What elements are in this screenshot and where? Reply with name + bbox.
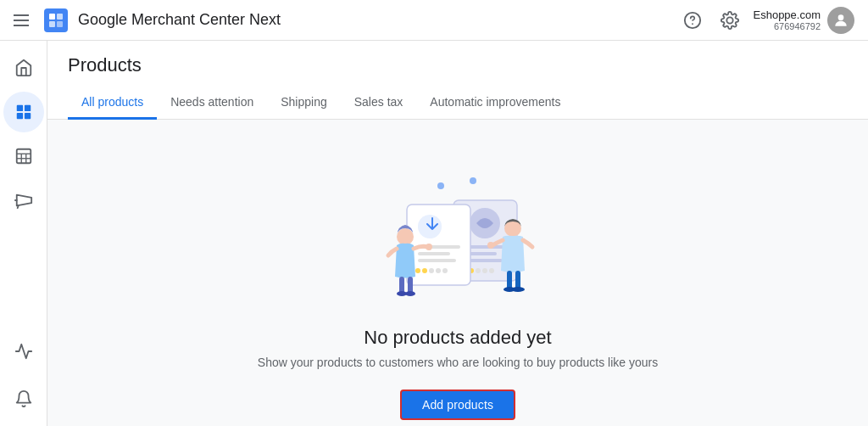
tab-automatic-improvements[interactable]: Automatic improvements (416, 87, 574, 120)
content-area: Products All products Needs attention Sh… (47, 41, 868, 426)
svg-point-16 (437, 182, 444, 189)
empty-illustration (364, 154, 551, 306)
svg-rect-2 (49, 21, 55, 27)
tab-all-products[interactable]: All products (68, 87, 157, 120)
svg-rect-8 (24, 105, 30, 111)
account-text: Eshoppe.com 676946792 (754, 8, 821, 31)
svg-rect-7 (16, 105, 22, 111)
svg-rect-9 (16, 113, 22, 119)
header-left: Google Merchant Center Next (14, 8, 679, 32)
sidebar-item-marketing[interactable] (3, 180, 44, 221)
svg-rect-46 (507, 271, 512, 289)
svg-point-43 (405, 291, 415, 296)
svg-rect-10 (24, 113, 30, 119)
app-title: Google Merchant Center Next (78, 11, 281, 29)
svg-point-5 (692, 23, 693, 25)
account-info[interactable]: Eshoppe.com 676946792 (754, 7, 855, 34)
svg-rect-0 (49, 14, 55, 20)
account-name: Eshoppe.com (754, 8, 821, 21)
sidebar-item-analytics[interactable] (3, 331, 44, 372)
help-button[interactable] (679, 7, 706, 34)
tab-needs-attention[interactable]: Needs attention (157, 87, 267, 120)
svg-point-36 (436, 268, 441, 273)
svg-point-33 (415, 268, 420, 273)
svg-point-38 (397, 228, 414, 245)
account-id: 676946792 (754, 21, 821, 31)
svg-point-39 (426, 244, 432, 250)
app-logo (44, 8, 68, 32)
svg-point-35 (429, 268, 434, 273)
svg-point-27 (489, 268, 494, 273)
svg-rect-3 (57, 21, 63, 27)
svg-rect-11 (16, 149, 31, 164)
settings-button[interactable] (716, 7, 743, 34)
sidebar-item-reports[interactable] (3, 136, 44, 177)
svg-point-37 (442, 268, 448, 273)
add-products-button[interactable]: Add products (400, 390, 515, 420)
sidebar-item-products[interactable] (3, 92, 44, 132)
empty-state-subtitle: Show your products to customers who are … (258, 356, 658, 369)
page-title: Products (68, 54, 848, 76)
main-layout: Products All products Needs attention Sh… (0, 41, 868, 426)
svg-point-49 (511, 287, 525, 292)
tab-sales-tax[interactable]: Sales tax (341, 87, 417, 120)
menu-button[interactable] (14, 10, 34, 31)
sidebar (0, 41, 47, 426)
svg-point-25 (476, 268, 481, 273)
empty-state: No products added yet Show your products… (47, 120, 868, 426)
svg-point-17 (470, 177, 476, 184)
sidebar-item-notifications[interactable] (3, 378, 44, 419)
svg-rect-32 (418, 259, 456, 262)
svg-point-26 (482, 268, 487, 273)
svg-point-45 (487, 242, 494, 249)
sidebar-item-home[interactable] (3, 48, 44, 88)
svg-rect-47 (515, 271, 520, 289)
top-header: Google Merchant Center Next Eshoppe.com … (0, 0, 868, 41)
tabs-bar: All products Needs attention Shipping Sa… (68, 87, 848, 119)
svg-point-34 (422, 268, 427, 273)
tab-shipping[interactable]: Shipping (267, 87, 341, 120)
svg-rect-1 (57, 14, 63, 20)
header-right: Eshoppe.com 676946792 (679, 7, 855, 34)
content-header: Products All products Needs attention Sh… (47, 41, 868, 120)
avatar[interactable] (827, 7, 854, 34)
empty-state-title: No products added yet (364, 327, 551, 349)
svg-point-6 (838, 14, 844, 20)
svg-rect-31 (418, 252, 450, 255)
